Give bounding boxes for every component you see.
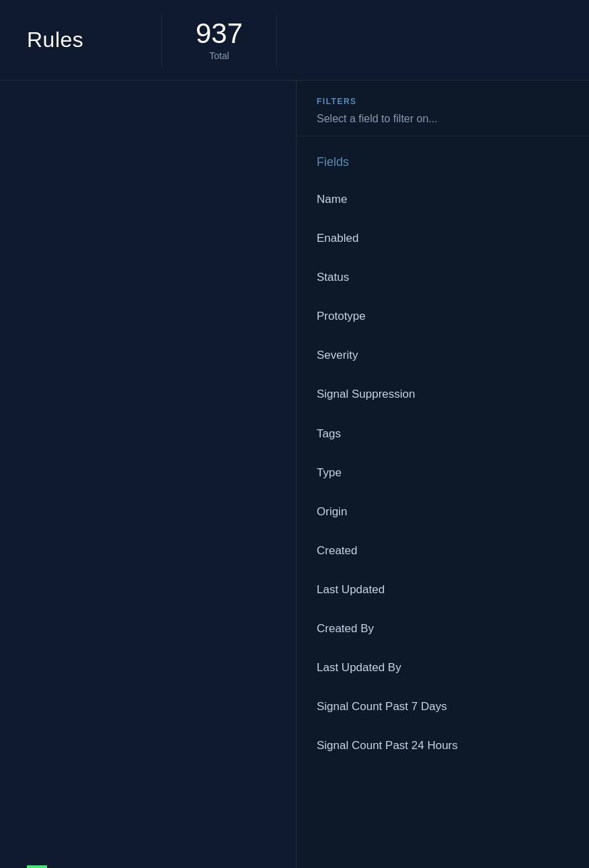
page-title: Rules [27, 28, 83, 52]
field-item-tags[interactable]: Tags [297, 415, 589, 453]
field-item-signal-suppression[interactable]: Signal Suppression [297, 375, 589, 414]
field-item-last-updated-by[interactable]: Last Updated By [297, 648, 589, 687]
fields-heading: Fields [297, 150, 589, 180]
filters-header: FILTERS Select a field to filter on... [297, 81, 589, 136]
filters-label: FILTERS [317, 97, 569, 106]
field-item-origin[interactable]: Origin [297, 492, 589, 531]
field-item-signal-count-past-7-days[interactable]: Signal Count Past 7 Days [297, 687, 589, 726]
field-item-status[interactable]: Status [297, 258, 589, 297]
page-header: Rules 937 Total [0, 0, 589, 81]
field-item-prototype[interactable]: Prototype [297, 297, 589, 336]
total-count: 937 [196, 19, 243, 48]
field-item-last-updated[interactable]: Last Updated [297, 570, 589, 609]
title-section: Rules [0, 0, 161, 80]
filters-placeholder: Select a field to filter on... [317, 113, 569, 125]
field-item-created-by[interactable]: Created By [297, 609, 589, 648]
total-label: Total [209, 50, 229, 61]
fields-section: Fields Name Enabled Status Prototype Sev… [297, 136, 589, 779]
field-item-severity[interactable]: Severity [297, 336, 589, 375]
field-item-created[interactable]: Created [297, 531, 589, 570]
field-item-name[interactable]: Name [297, 180, 589, 219]
field-item-signal-count-past-24-hours[interactable]: Signal Count Past 24 Hours [297, 726, 589, 765]
left-panel [0, 81, 296, 868]
header-divider-right [276, 13, 277, 67]
bottom-indicator [27, 865, 47, 868]
filters-panel: FILTERS Select a field to filter on... F… [296, 81, 589, 868]
main-content: FILTERS Select a field to filter on... F… [0, 81, 589, 868]
count-section: 937 Total [162, 0, 276, 80]
field-item-enabled[interactable]: Enabled [297, 219, 589, 258]
field-item-type[interactable]: Type [297, 453, 589, 492]
